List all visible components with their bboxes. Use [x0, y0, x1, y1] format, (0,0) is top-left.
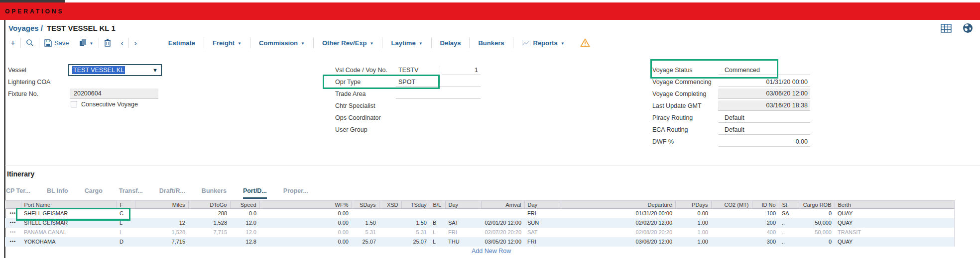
speed-cell[interactable]: 0.0 [230, 209, 259, 218]
speed-cell[interactable]: 12.8 [230, 237, 259, 247]
status-cell[interactable]: .. [779, 228, 800, 237]
bl-cell[interactable]: L [430, 228, 445, 237]
search-button[interactable] [21, 37, 39, 49]
port-name-cell[interactable]: SHELL GEISMAR [21, 209, 117, 218]
xsd-cell[interactable] [379, 228, 401, 237]
function-cell[interactable]: D [117, 237, 135, 247]
co2-cell[interactable] [711, 237, 752, 247]
row-menu-button[interactable]: ••• [5, 218, 21, 228]
xsd-cell[interactable] [379, 209, 401, 218]
voyage-commencing-field[interactable]: 01/31/20 00:00 [720, 78, 808, 86]
miles-cell[interactable] [135, 209, 188, 218]
id-no-cell[interactable]: 200 [752, 218, 779, 228]
co2-cell[interactable] [711, 228, 752, 237]
dtogo-cell[interactable] [188, 237, 230, 247]
wf-pct-cell[interactable]: 0.00 [259, 218, 352, 228]
miles-cell[interactable]: 7,715 [135, 237, 188, 247]
arrival-day-cell[interactable] [445, 209, 481, 218]
tab-bunkers[interactable]: Bunkers [202, 187, 227, 199]
arrival-cell[interactable] [481, 209, 524, 218]
add-new-row-link[interactable]: Add New Row [472, 248, 511, 255]
menu-delays[interactable]: Delays [432, 37, 470, 48]
tab-transf[interactable]: Transf... [119, 187, 143, 199]
pdays-cell[interactable]: 1.00 [675, 237, 711, 247]
bl-cell[interactable] [430, 209, 445, 218]
vsl-code-field[interactable]: TESTV [398, 66, 418, 74]
new-button[interactable]: + [5, 37, 20, 49]
row-menu-button[interactable]: ••• [5, 209, 21, 218]
xsd-cell[interactable] [379, 218, 401, 228]
wf-pct-cell[interactable]: 0.00 [259, 237, 352, 247]
departure-day-cell[interactable]: FRI [524, 237, 561, 247]
status-cell[interactable]: .. [779, 218, 800, 228]
row-menu-button[interactable]: ••• [5, 237, 21, 247]
pdays-cell[interactable]: 0.00 [675, 209, 711, 218]
trade-area-field[interactable] [396, 98, 481, 99]
berth-cell[interactable]: TRANSIT [835, 228, 954, 237]
co2-cell[interactable] [711, 209, 752, 218]
next-record-button[interactable]: › [129, 37, 142, 49]
save-button[interactable]: Save [39, 37, 74, 49]
function-cell[interactable]: I [117, 228, 135, 237]
departure-day-cell[interactable]: SAT [524, 228, 561, 237]
voyage-status-field[interactable]: Commenced [725, 66, 760, 74]
sdays-cell[interactable] [352, 209, 379, 218]
globe-icon[interactable] [963, 23, 973, 33]
breadcrumb-voyages-link[interactable]: Voyages / [8, 24, 43, 32]
dtogo-cell[interactable]: 7,715 [188, 228, 230, 237]
function-cell[interactable]: L [117, 218, 135, 228]
arrival-day-cell[interactable]: SAT [445, 218, 481, 228]
miles-cell[interactable]: 1,528 [135, 228, 188, 237]
dtogo-cell[interactable]: 1,528 [188, 218, 230, 228]
co2-cell[interactable] [711, 218, 752, 228]
arrival-day-cell[interactable]: FRI [445, 228, 481, 237]
grid-view-icon[interactable] [941, 23, 952, 33]
menu-estimate[interactable]: Estimate [160, 37, 204, 48]
bl-cell[interactable]: L [430, 237, 445, 247]
delete-button[interactable] [99, 37, 116, 49]
berth-cell[interactable]: QUAY [835, 209, 954, 218]
menu-freight[interactable]: Freight▼ [204, 37, 250, 48]
previous-record-button[interactable]: ‹ [116, 37, 129, 49]
dtogo-cell[interactable]: 288 [188, 209, 230, 218]
tab-cargo[interactable]: Cargo [85, 187, 103, 199]
menu-commission[interactable]: Commission▼ [250, 37, 314, 48]
sdays-cell[interactable]: 5.31 [352, 228, 379, 237]
wf-pct-cell[interactable]: 0.00 [259, 228, 352, 237]
opr-type-field[interactable]: SPOT [398, 78, 415, 86]
departure-day-cell[interactable]: FRI [524, 209, 561, 218]
row-menu-button[interactable]: ••• [5, 228, 21, 237]
wf-pct-cell[interactable]: 0.00 [259, 209, 352, 218]
id-no-cell[interactable]: 300 [752, 237, 779, 247]
status-cell[interactable]: .. [779, 237, 800, 247]
tab-cp-ter[interactable]: CP Ter... [6, 187, 30, 199]
arrival-cell[interactable]: 02/07/20 20:20 [481, 228, 524, 237]
port-name-cell[interactable]: SHELL GEISMAR [21, 218, 117, 228]
piracy-routing-field[interactable]: Default [725, 114, 744, 122]
menu-reports[interactable]: Reports▼ [513, 37, 573, 48]
berth-cell[interactable]: QUAY [835, 237, 954, 247]
copy-button[interactable]: ▼ [74, 37, 99, 49]
departure-cell[interactable]: 02/02/20 12:00 [561, 218, 675, 228]
cargo-rob-cell[interactable]: 50,000 [800, 228, 835, 237]
voy-no-field[interactable]: 1 [442, 66, 478, 74]
pdays-cell[interactable]: 1.00 [675, 218, 711, 228]
berth-cell[interactable]: QUAY [835, 218, 954, 228]
menu-laytime[interactable]: Laytime▼ [382, 37, 431, 48]
port-name-cell[interactable]: YOKOHAMA [21, 237, 117, 247]
tab-port-d[interactable]: Port/D... [243, 187, 267, 199]
tab-proper[interactable]: Proper... [283, 187, 308, 199]
id-no-cell[interactable]: 100 [752, 209, 779, 218]
cargo-rob-cell[interactable]: 0 [800, 209, 835, 218]
sdays-cell[interactable]: 25.07 [352, 237, 379, 247]
speed-cell[interactable]: 12.0 [230, 218, 259, 228]
pdays-cell[interactable]: 1.00 [675, 228, 711, 237]
dwf-pct-field[interactable]: 0.00 [720, 138, 808, 146]
tab-bl-info[interactable]: BL Info [47, 187, 68, 199]
arrival-cell[interactable]: 02/01/20 12:00 [481, 218, 524, 228]
sdays-cell[interactable]: 1.50 [352, 218, 379, 228]
miles-cell[interactable]: 12 [135, 218, 188, 228]
id-no-cell[interactable]: 400 [752, 228, 779, 237]
tsday-cell[interactable]: 1.50 [401, 218, 430, 228]
bl-cell[interactable]: B [430, 218, 445, 228]
